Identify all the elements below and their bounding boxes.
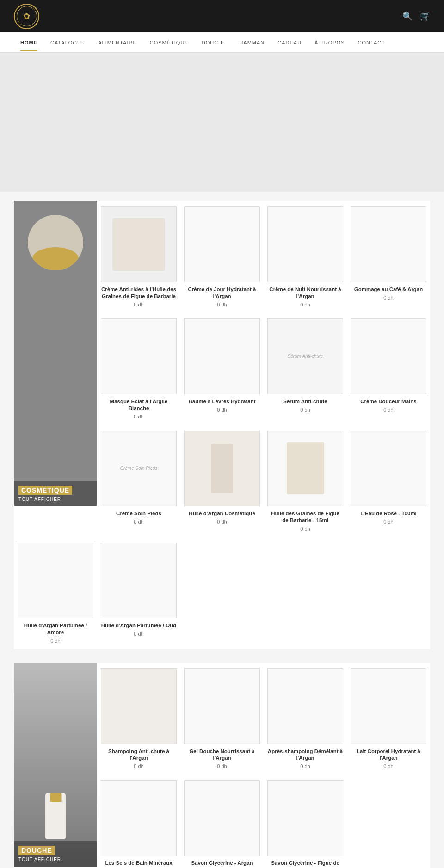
product-item[interactable]: Savon Glycérine - Argan 0 dh [180,774,264,868]
product-name: Savon Glycérine - Argan [184,860,260,867]
product-image [184,668,260,744]
product-name: Masque Éclat à l'Argile Blanche [101,398,177,412]
search-icon[interactable]: 🔍 [402,11,413,21]
product-image [351,668,426,744]
product-image [101,206,177,282]
product-price: 0 dh [184,519,260,525]
product-image [101,780,177,856]
cart-icon[interactable]: 🛒 [420,11,430,21]
nav-item-cadeau[interactable]: CADEAU [271,34,308,51]
product-image [184,318,260,394]
product-item[interactable]: Lait Corporel Hydratant à l'Argan 0 dh [347,663,430,775]
product-item[interactable]: Après-shampoing Démêlant à l'Argan 0 dh [264,663,347,775]
product-item[interactable]: Gel Douche Nourrissant à l'Argan 0 dh [180,663,264,775]
product-name: Lait Corporel Hydratant à l'Argan [351,748,426,762]
product-price: 0 dh [101,519,177,525]
product-item[interactable]: Shampoing Anti-chute à l'Argan 0 dh [97,663,180,775]
product-image [184,780,260,856]
header-icons: 🔍 🛒 [402,11,430,21]
product-image [18,543,93,618]
cosmetique-section: COSMÉTIQUE TOUT AFFICHER Crème Anti-ride… [14,201,430,649]
product-image: Crème Soin Pieds [101,431,177,506]
product-name: Crème Douceur Mains [351,398,426,405]
product-price: 0 dh [18,638,93,643]
product-item[interactable]: Les Sels de Bain Minéraux 0 dh [97,774,180,868]
nav-item-apropos[interactable]: À PROPOS [308,34,351,51]
product-price: 0 dh [351,519,426,525]
douche-section: DOUCHE TOUT AFFICHER Shampoing Anti-chut… [14,663,430,868]
main-nav: HOME CATALOGUE ALIMENTAIRE COSMÉTIQUE DO… [0,32,444,53]
product-item[interactable]: Huile d'Argan Parfumée / Ambre 0 dh [14,537,97,649]
product-price: 0 dh [101,302,177,307]
cosmetique-label: COSMÉTIQUE [18,486,72,495]
product-img-label: Sérum Anti-chute [288,354,323,359]
product-name: Après-shampoing Démêlant à l'Argan [267,748,343,762]
main-content: COSMÉTIQUE TOUT AFFICHER Crème Anti-ride… [0,192,444,868]
nav-item-contact[interactable]: CONTACT [352,34,392,51]
douche-link[interactable]: TOUT AFFICHER [18,857,92,862]
product-name: Huile d'Argan Parfumée / Ambre [18,622,93,636]
product-name: Les Sels de Bain Minéraux [101,860,177,867]
product-image: Sérum Anti-chute [267,318,343,394]
product-item[interactable]: Crème de Nuit Nourrissant à l'Argan 0 dh [264,201,347,313]
product-image [351,318,426,394]
nav-item-cosmetique[interactable]: COSMÉTIQUE [143,34,195,51]
product-price: 0 dh [267,526,343,531]
product-item[interactable]: Crème de Jour Hydratant à l'Argan 0 dh [180,201,264,313]
nav-item-hamman[interactable]: HAMMAN [233,34,271,51]
product-name: L'Eau de Rose - 100ml [351,510,426,517]
cosmetique-link[interactable]: TOUT AFFICHER [18,497,92,502]
product-name: Sérum Anti-chute [267,398,343,405]
product-price: 0 dh [267,407,343,412]
logo[interactable]: ✿ [14,4,39,29]
product-price: 0 dh [351,407,426,412]
product-price: 0 dh [101,414,177,419]
product-name: Savon Glycérine - Figue de Barbarie [267,860,343,868]
product-price: 0 dh [267,763,343,769]
product-item[interactable]: Baume à Lèvres Hydratant 0 dh [180,313,264,418]
product-name: Crème de Nuit Nourrissant à l'Argan [267,286,343,300]
product-item[interactable]: Crème Douceur Mains 0 dh [347,313,430,418]
product-price: 0 dh [267,302,343,307]
product-image [101,668,177,744]
product-item[interactable]: Huile des Graines de Figue de Barbarie -… [264,425,347,537]
nav-item-douche[interactable]: DOUCHE [195,34,233,51]
product-price: 0 dh [184,407,260,412]
product-image [184,431,260,506]
product-image [267,668,343,744]
product-price: 0 dh [351,295,426,300]
product-image [184,206,260,282]
nav-item-alimentaire[interactable]: ALIMENTAIRE [92,34,143,51]
hero-banner [0,53,444,192]
product-item[interactable]: Huile d'Argan Cosmétique 0 dh [180,425,264,530]
product-name: Gommage au Café & Argan [351,286,426,293]
douche-label: DOUCHE [18,846,55,855]
product-name: Baume à Lèvres Hydratant [184,398,260,405]
product-name: Huile d'Argan Cosmétique [184,510,260,517]
product-item[interactable]: Crème Soin Pieds Crème Soin Pieds 0 dh [97,425,180,530]
product-name: Huile des Graines de Figue de Barbarie -… [267,510,343,524]
product-name: Gel Douche Nourrissant à l'Argan [184,748,260,762]
product-item[interactable]: Masque Éclat à l'Argile Blanche 0 dh [97,313,180,425]
product-name: Crème Anti-rides à l'Huile des Graines d… [101,286,177,300]
product-item[interactable]: L'Eau de Rose - 100ml 0 dh [347,425,430,530]
product-price: 0 dh [351,763,426,769]
product-item[interactable]: Sérum Anti-chute Sérum Anti-chute 0 dh [264,313,347,418]
product-item[interactable]: Savon Glycérine - Figue de Barbarie 0 dh [264,774,347,868]
product-image [101,543,177,618]
product-price: 0 dh [101,631,177,637]
product-name: Shampoing Anti-chute à l'Argan [101,748,177,762]
product-item[interactable]: Crème Anti-rides à l'Huile des Graines d… [97,201,180,313]
product-item[interactable]: Huile d'Argan Parfumée / Oud 0 dh [97,537,180,642]
product-image [267,780,343,856]
nav-item-home[interactable]: HOME [14,34,44,51]
product-name: Crème de Jour Hydratant à l'Argan [184,286,260,300]
product-image [267,431,343,506]
nav-item-catalogue[interactable]: CATALOGUE [44,34,92,51]
product-item[interactable]: Gommage au Café & Argan 0 dh [347,201,430,306]
product-name: Crème Soin Pieds [101,510,177,517]
cosmetique-category-card[interactable]: COSMÉTIQUE TOUT AFFICHER [14,201,97,506]
product-image [101,318,177,394]
product-price: 0 dh [184,763,260,769]
douche-category-card[interactable]: DOUCHE TOUT AFFICHER [14,663,97,867]
